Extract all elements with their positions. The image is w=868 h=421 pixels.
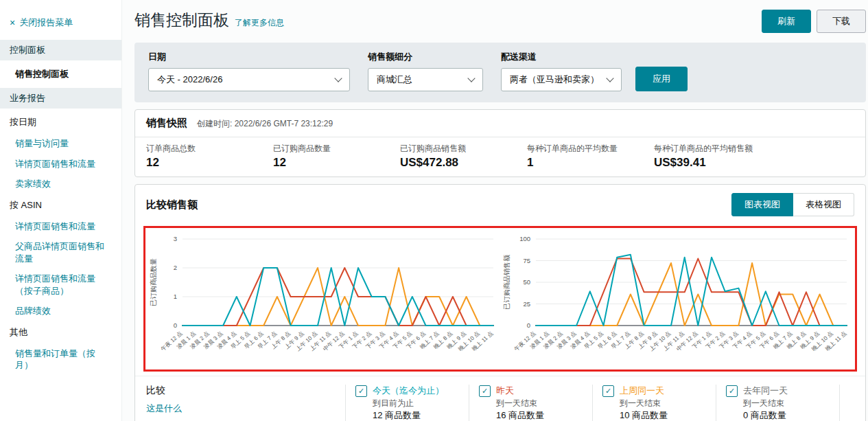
legend-item-text: 今天（迄今为止）到目前为止12 商品数量US$472.88 bbox=[373, 385, 444, 421]
compare-label: 比较 bbox=[146, 385, 345, 397]
stat-label: 订单商品总数 bbox=[146, 143, 273, 155]
compare-legend-row: 比较 这是什么 ✓今天（迄今为止）到目前为止12 商品数量US$472.88✓昨… bbox=[135, 376, 865, 421]
sidebar-item[interactable]: 卖家绩效 bbox=[0, 174, 121, 194]
legend-checkbox[interactable]: ✓ bbox=[726, 385, 738, 397]
table-view-button[interactable]: 表格视图 bbox=[793, 193, 854, 216]
main-content: 销售控制面板了解更多信息 刷新 下载 日期 今天 - 2022/6/26 销售额… bbox=[122, 0, 868, 421]
sidebar-item[interactable]: 详情页面销售和流量 bbox=[0, 216, 121, 237]
sidebar-item[interactable]: 销售量和订单量（按月） bbox=[0, 343, 121, 376]
legend-item: ✓去年同一天到一天结束0 商品数量US$0.00 bbox=[716, 385, 839, 421]
stat-label: 每种订单商品的平均数量 bbox=[527, 143, 654, 155]
snapshot-stat: 已订购商品销售额US$472.88 bbox=[400, 143, 527, 170]
legend-item-subtitle: 到一天结束 bbox=[496, 398, 544, 409]
view-toggle: 图表视图 表格视图 bbox=[731, 193, 854, 216]
snapshot-stat: 每种订单商品的平均销售额US$39.41 bbox=[654, 143, 781, 170]
legend-item-title: 去年同一天 bbox=[743, 385, 788, 398]
chart-view-button[interactable]: 图表视图 bbox=[731, 193, 793, 216]
page-title: 销售控制面板 bbox=[134, 11, 229, 29]
sidebar-item[interactable]: 详情页面销售和流量（按子商品） bbox=[0, 269, 121, 301]
title-block: 销售控制面板了解更多信息 bbox=[134, 10, 284, 31]
sales-snapshot-card: 销售快照 创建时间: 2022/6/26 GMT-7 23:12:29 订单商品… bbox=[134, 109, 866, 177]
sales-line-chart: 0255075100已订购商品销售额午夜 12 点凌晨 1 点凌晨 2 点凌晨 … bbox=[500, 231, 854, 368]
svg-text:0: 0 bbox=[174, 321, 177, 329]
sidebar-section-label: 控制面板 bbox=[0, 40, 121, 60]
channel-select[interactable]: 两者（亚马逊和卖家） bbox=[501, 68, 622, 91]
report-sidebar: × 关闭报告菜单 控制面板销售控制面板业务报告按日期销量与访问量详情页面销售和流… bbox=[0, 0, 122, 421]
snapshot-created-time: 创建时间: 2022/6/26 GMT-7 23:12:29 bbox=[197, 118, 333, 130]
compare-header: 比较销售额 图表视图 表格视图 bbox=[135, 185, 865, 220]
legend-items: ✓今天（迄今为止）到目前为止12 商品数量US$472.88✓昨天到一天结束16… bbox=[345, 385, 839, 421]
close-icon: × bbox=[10, 17, 15, 28]
svg-text:已订购商品数量: 已订购商品数量 bbox=[150, 258, 157, 306]
sidebar-item[interactable]: 详情页面销售和流量 bbox=[0, 154, 121, 174]
legend-item-text: 昨天到一天结束16 商品数量US$619.04 bbox=[496, 385, 544, 421]
date-filter-group: 日期 今天 - 2022/6/26 bbox=[148, 51, 350, 91]
quantity-line-chart: 0123已订购商品数量午夜 12 点凌晨 1 点凌晨 2 点凌晨 3 点凌晨 4… bbox=[147, 231, 500, 368]
snapshot-stat: 每种订单商品的平均数量1 bbox=[527, 143, 654, 170]
legend-item: ✓昨天到一天结束16 商品数量US$619.04 bbox=[469, 385, 592, 421]
compare-sales-card: 比较销售额 图表视图 表格视图 0123已订购商品数量午夜 12 点凌晨 1 点… bbox=[134, 184, 866, 421]
svg-text:3: 3 bbox=[174, 235, 177, 242]
sidebar-section-label: 按 ASIN bbox=[0, 194, 121, 216]
legend-item: ✓上周同一天到一天结束10 商品数量US$361.11 bbox=[592, 385, 716, 421]
snapshot-stats-row: 订单商品总数12已订购商品数量12已订购商品销售额US$472.88每种订单商品… bbox=[135, 137, 865, 177]
legend-item: ✓今天（迄今为止）到目前为止12 商品数量US$472.88 bbox=[345, 385, 469, 421]
legend-checkbox[interactable]: ✓ bbox=[602, 385, 614, 397]
svg-text:100: 100 bbox=[519, 235, 530, 242]
legend-item-text: 去年同一天到一天结束0 商品数量US$0.00 bbox=[743, 385, 788, 421]
breakdown-filter-group: 销售额细分 商城汇总 bbox=[368, 51, 483, 91]
breakdown-select[interactable]: 商城汇总 bbox=[368, 68, 483, 91]
sidebar-item[interactable]: 品牌绩效 bbox=[0, 301, 121, 321]
chevron-down-icon bbox=[467, 74, 475, 82]
title-row: 销售控制面板了解更多信息 刷新 下载 bbox=[134, 10, 866, 33]
sidebar-section-label: 业务报告 bbox=[0, 88, 121, 109]
learn-more-link[interactable]: 了解更多信息 bbox=[235, 18, 284, 27]
legend-item-text: 上周同一天到一天结束10 商品数量US$361.11 bbox=[620, 385, 668, 421]
svg-text:1: 1 bbox=[174, 293, 177, 300]
svg-text:75: 75 bbox=[523, 257, 530, 264]
legend-end-divider bbox=[839, 385, 865, 421]
legend-checkbox[interactable]: ✓ bbox=[479, 385, 491, 397]
breakdown-select-value: 商城汇总 bbox=[377, 73, 412, 86]
page: × 关闭报告菜单 控制面板销售控制面板业务报告按日期销量与访问量详情页面销售和流… bbox=[0, 0, 868, 421]
top-buttons: 刷新 下载 bbox=[762, 10, 866, 33]
sidebar-item[interactable]: 销量与访问量 bbox=[0, 133, 121, 154]
channel-label: 配送渠道 bbox=[501, 51, 622, 63]
sidebar-item[interactable]: 销售控制面板 bbox=[0, 63, 121, 85]
stat-value: US$39.41 bbox=[654, 156, 781, 170]
stat-value: 12 bbox=[146, 156, 273, 170]
legend-item-subtitle: 到一天结束 bbox=[620, 398, 668, 409]
date-select[interactable]: 今天 - 2022/6/26 bbox=[148, 68, 350, 91]
svg-text:已订购商品销售额: 已订购商品销售额 bbox=[503, 255, 511, 310]
close-report-menu-button[interactable]: × 关闭报告菜单 bbox=[0, 14, 121, 37]
legend-item-subtitle: 到目前为止 bbox=[373, 398, 444, 409]
snapshot-title: 销售快照 bbox=[146, 117, 187, 130]
sidebar-section-label: 其他 bbox=[0, 321, 121, 343]
legend-item-subtitle: 到一天结束 bbox=[743, 398, 788, 409]
sidebar-item[interactable]: 父商品详情页面销售和流量 bbox=[0, 236, 121, 269]
breakdown-label: 销售额细分 bbox=[368, 51, 483, 63]
download-button[interactable]: 下载 bbox=[817, 10, 866, 33]
date-select-value: 今天 - 2022/6/26 bbox=[157, 73, 222, 86]
legend-item-title: 昨天 bbox=[496, 385, 544, 398]
whats-this-link[interactable]: 这是什么 bbox=[146, 402, 345, 415]
snapshot-stat: 订单商品总数12 bbox=[146, 143, 273, 170]
legend-item-title: 今天（迄今为止） bbox=[373, 385, 444, 398]
legend-checkbox[interactable]: ✓ bbox=[355, 385, 367, 397]
stat-label: 已订购商品数量 bbox=[273, 143, 400, 155]
chart-annotation-rectangle: 0123已订购商品数量午夜 12 点凌晨 1 点凌晨 2 点凌晨 3 点凌晨 4… bbox=[143, 226, 857, 372]
stat-label: 每种订单商品的平均销售额 bbox=[654, 143, 781, 155]
refresh-button[interactable]: 刷新 bbox=[762, 10, 811, 33]
channel-select-value: 两者（亚马逊和卖家） bbox=[510, 73, 599, 86]
stat-value: US$472.88 bbox=[400, 156, 527, 170]
close-report-menu-label: 关闭报告菜单 bbox=[19, 16, 73, 29]
legend-item-quantity: 12 商品数量 bbox=[373, 409, 444, 421]
snapshot-header: 销售快照 创建时间: 2022/6/26 GMT-7 23:12:29 bbox=[135, 110, 865, 137]
apply-button[interactable]: 应用 bbox=[635, 67, 688, 91]
filter-bar: 日期 今天 - 2022/6/26 销售额细分 商城汇总 配送渠道 两者（亚马逊… bbox=[134, 43, 866, 102]
legend-item-quantity: 10 商品数量 bbox=[620, 409, 668, 421]
sidebar-nav: 控制面板销售控制面板业务报告按日期销量与访问量详情页面销售和流量卖家绩效按 AS… bbox=[0, 40, 121, 376]
svg-text:2: 2 bbox=[174, 264, 177, 271]
sidebar-section-label: 按日期 bbox=[0, 111, 121, 133]
compare-title: 比较销售额 bbox=[146, 198, 198, 212]
